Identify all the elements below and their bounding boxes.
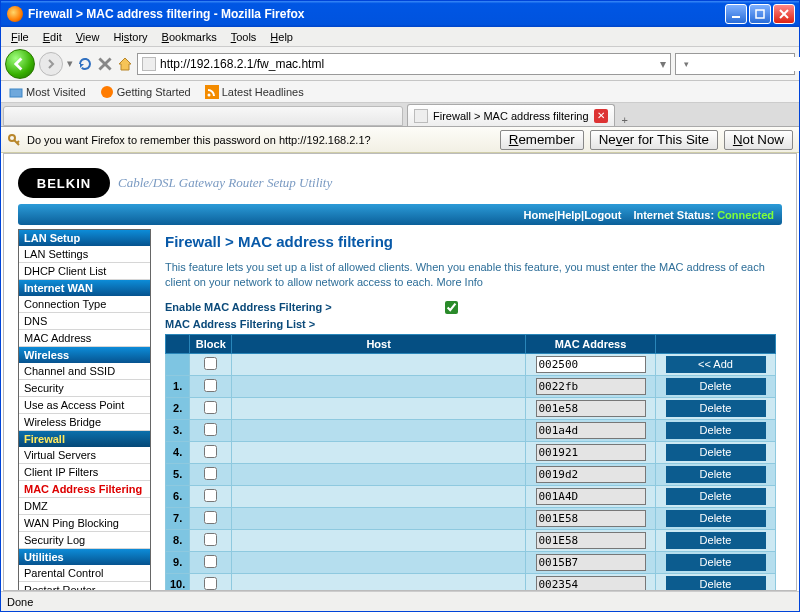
forward-button[interactable] [39, 52, 63, 76]
block-checkbox[interactable] [204, 423, 217, 436]
key-icon [7, 133, 21, 147]
bookmark-latest-headlines[interactable]: Latest Headlines [201, 84, 308, 100]
url-bar[interactable]: ▾ [137, 53, 671, 75]
block-checkbox[interactable] [204, 489, 217, 502]
menu-tools[interactable]: Tools [225, 29, 263, 45]
sidebar-header-lan: LAN Setup [19, 230, 150, 246]
link-help[interactable]: Help [557, 209, 581, 221]
block-checkbox[interactable] [204, 445, 217, 458]
block-checkbox[interactable] [204, 467, 217, 480]
never-button[interactable]: Never for This Site [590, 130, 718, 150]
sidebar-item-restart[interactable]: Restart Router [19, 582, 150, 591]
link-logout[interactable]: Logout [584, 209, 621, 221]
sidebar-item-mac-filtering[interactable]: MAC Address Filtering [19, 481, 150, 498]
col-host: Host [232, 334, 526, 353]
stop-button[interactable] [97, 56, 113, 72]
home-button[interactable] [117, 56, 133, 72]
delete-button[interactable]: Delete [666, 422, 766, 439]
sidebar-item-virtual-servers[interactable]: Virtual Servers [19, 447, 150, 464]
tab-active[interactable]: Firewall > MAC address filtering ✕ [407, 104, 615, 126]
block-checkbox[interactable] [204, 555, 217, 568]
mac-input[interactable] [536, 400, 646, 417]
sidebar-item-security[interactable]: Security [19, 380, 150, 397]
new-tab-button[interactable]: + [615, 114, 635, 126]
delete-button[interactable]: Delete [666, 466, 766, 483]
mac-input[interactable] [536, 466, 646, 483]
sidebar-item-dns[interactable]: DNS [19, 313, 150, 330]
sidebar-item-dmz[interactable]: DMZ [19, 498, 150, 515]
search-box[interactable]: ▾ [675, 53, 795, 75]
menu-file[interactable]: File [5, 29, 35, 45]
mac-input[interactable] [536, 554, 646, 571]
sidebar-item-dhcp[interactable]: DHCP Client List [19, 263, 150, 280]
close-button[interactable] [773, 4, 795, 24]
mac-input[interactable] [536, 510, 646, 527]
password-notification-bar: Do you want Firefox to remember this pas… [1, 127, 799, 153]
mac-input[interactable] [536, 422, 646, 439]
col-block: Block [190, 334, 232, 353]
sidebar-item-mac-address[interactable]: MAC Address [19, 330, 150, 347]
delete-button[interactable]: Delete [666, 576, 766, 591]
rss-icon [205, 85, 219, 99]
link-home[interactable]: Home [524, 209, 555, 221]
sidebar-item-wireless-bridge[interactable]: Wireless Bridge [19, 414, 150, 431]
menu-bookmarks[interactable]: Bookmarks [156, 29, 223, 45]
enable-filtering-label: Enable MAC Address Filtering > [165, 301, 445, 313]
page-icon [142, 57, 156, 71]
delete-button[interactable]: Delete [666, 400, 766, 417]
block-checkbox[interactable] [204, 511, 217, 524]
row-number: 1. [166, 375, 190, 397]
bookmark-getting-started[interactable]: Getting Started [96, 84, 195, 100]
mac-input[interactable] [536, 378, 646, 395]
not-now-button[interactable]: Not Now [724, 130, 793, 150]
delete-button[interactable]: Delete [666, 510, 766, 527]
menu-history[interactable]: History [107, 29, 153, 45]
sidebar-item-channel-ssid[interactable]: Channel and SSID [19, 363, 150, 380]
delete-button[interactable]: Delete [666, 532, 766, 549]
host-cell [232, 397, 526, 419]
mac-table: Block Host MAC Address [165, 334, 776, 591]
delete-button[interactable]: Delete [666, 554, 766, 571]
tab-blank[interactable] [3, 106, 403, 126]
host-cell [232, 463, 526, 485]
add-button[interactable]: << Add [666, 356, 766, 373]
block-checkbox[interactable] [204, 401, 217, 414]
bookmark-most-visited[interactable]: Most Visited [5, 84, 90, 100]
tab-close-button[interactable]: ✕ [594, 109, 608, 123]
block-checkbox[interactable] [204, 533, 217, 546]
delete-button[interactable]: Delete [666, 488, 766, 505]
search-input[interactable] [693, 57, 800, 71]
reload-button[interactable] [77, 56, 93, 72]
enable-filtering-checkbox[interactable] [445, 301, 458, 314]
sidebar-item-security-log[interactable]: Security Log [19, 532, 150, 549]
menu-view[interactable]: View [70, 29, 106, 45]
mac-input[interactable] [536, 576, 646, 591]
menu-help[interactable]: Help [264, 29, 299, 45]
block-checkbox[interactable] [204, 379, 217, 392]
mac-input[interactable] [536, 444, 646, 461]
mac-input[interactable] [536, 532, 646, 549]
maximize-button[interactable] [749, 4, 771, 24]
sidebar-item-client-ip-filters[interactable]: Client IP Filters [19, 464, 150, 481]
menu-edit[interactable]: Edit [37, 29, 68, 45]
row-number: 7. [166, 507, 190, 529]
url-input[interactable] [160, 57, 656, 71]
remember-button[interactable]: Remember [500, 130, 584, 150]
sidebar-item-connection-type[interactable]: Connection Type [19, 296, 150, 313]
minimize-button[interactable] [725, 4, 747, 24]
tab-strip: Firewall > MAC address filtering ✕ + [1, 103, 799, 127]
sidebar-item-wan-ping[interactable]: WAN Ping Blocking [19, 515, 150, 532]
block-checkbox-new[interactable] [204, 357, 217, 370]
host-cell [232, 375, 526, 397]
sidebar-item-parental[interactable]: Parental Control [19, 565, 150, 582]
mac-input-new[interactable] [536, 356, 646, 373]
block-checkbox[interactable] [204, 577, 217, 590]
sidebar-item-lan-settings[interactable]: LAN Settings [19, 246, 150, 263]
mac-input[interactable] [536, 488, 646, 505]
more-info-link[interactable]: More Info [436, 276, 482, 288]
sidebar-item-access-point[interactable]: Use as Access Point [19, 397, 150, 414]
back-button[interactable] [5, 49, 35, 79]
delete-button[interactable]: Delete [666, 378, 766, 395]
delete-button[interactable]: Delete [666, 444, 766, 461]
row-number: 2. [166, 397, 190, 419]
